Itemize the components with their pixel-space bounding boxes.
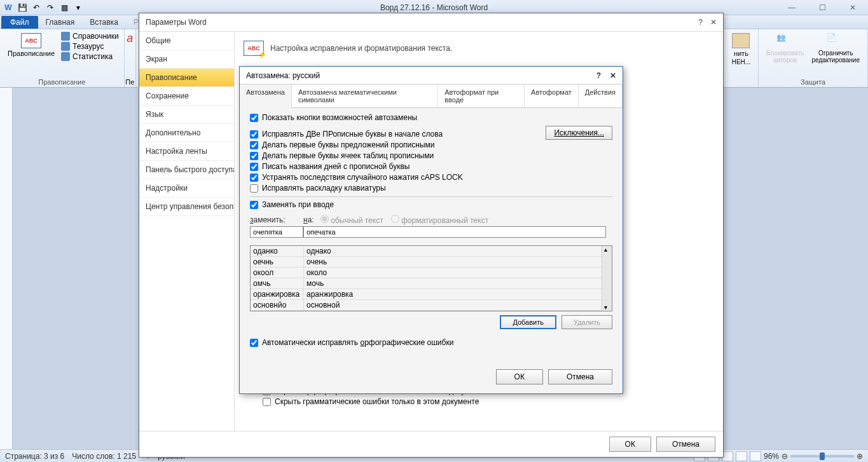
autocorrect-title: Автозамена: русский ? ✕: [240, 67, 623, 85]
ok-button[interactable]: ОК: [496, 369, 543, 384]
autocorrect-tab[interactable]: Автозамена: [240, 85, 292, 108]
replace-section: заменить: на: обычный текст форматирован…: [250, 215, 612, 329]
zoom-value[interactable]: 96%: [764, 452, 779, 461]
options-ok-button[interactable]: ОК: [609, 437, 651, 452]
plain-text-radio[interactable]: обычный текст: [320, 215, 383, 225]
options-footer: ОК Отмена: [139, 431, 723, 457]
sidebar-item[interactable]: Панель быстрого доступа: [139, 161, 234, 179]
view-draft[interactable]: [750, 451, 761, 461]
cancel-button[interactable]: Отмена: [548, 369, 612, 384]
page-status[interactable]: Страница: 3 из 6: [5, 452, 64, 461]
sidebar-item[interactable]: Сохранение: [139, 87, 234, 105]
sidebar-item[interactable]: Центр управления безопас: [139, 198, 234, 216]
autocorrect-body: Показать кнопки возможностей автозамены …: [240, 108, 623, 363]
delete-button[interactable]: Удалить: [561, 315, 612, 329]
options-heading: ⚡ Настройка исправления и форматирования…: [244, 41, 714, 56]
table-caps-checkbox[interactable]: Делать первые буквы ячеек таблиц прописн…: [250, 151, 612, 160]
tab-home[interactable]: Главная: [38, 16, 83, 29]
references-button[interactable]: Справочники: [61, 32, 119, 41]
window-controls: — ☐ ✕: [779, 1, 865, 14]
replace-list: оданкооднакооечньоченьокоолоколоомчьмочь…: [250, 245, 612, 311]
spellcheck-label: Правописание: [8, 50, 55, 57]
restrict-edit-button[interactable]: 📄 Ограничить редактирование: [809, 32, 862, 65]
keyboard-layout-checkbox[interactable]: Исправлять раскладку клавиатуры: [250, 184, 612, 193]
list-row[interactable]: оечньочень: [251, 257, 602, 268]
word-icon[interactable]: W: [3, 2, 14, 13]
add-button[interactable]: Добавить: [500, 315, 556, 329]
save-icon[interactable]: 💾: [17, 2, 28, 13]
redo-icon[interactable]: ↷: [45, 2, 56, 13]
vertical-ruler: [0, 88, 13, 449]
minimize-icon[interactable]: —: [779, 1, 804, 14]
sidebar-item[interactable]: Правописание: [139, 69, 234, 87]
word-count[interactable]: Число слов: 1 215: [72, 452, 136, 461]
sidebar-item[interactable]: Общие: [139, 32, 234, 50]
autocorrect-tab[interactable]: Автоформат при вводе: [438, 85, 525, 107]
lock-icon: 📄: [827, 33, 844, 48]
thesaurus-icon: [61, 42, 70, 51]
autocorrect-tab[interactable]: Автозамена математическими символами: [292, 85, 438, 107]
sidebar-item[interactable]: Язык: [139, 105, 234, 124]
replace-on-type-checkbox[interactable]: Заменять при вводе: [250, 200, 612, 209]
replace-label: заменить:: [250, 215, 303, 224]
file-tab[interactable]: Файл: [1, 16, 38, 29]
sidebar-item[interactable]: Дополнительно: [139, 124, 234, 142]
maximize-icon[interactable]: ☐: [809, 1, 835, 14]
autocorrect-tab[interactable]: Действия: [579, 85, 623, 107]
zoom-in-icon[interactable]: ⊕: [857, 452, 863, 461]
close-icon[interactable]: ✕: [710, 18, 717, 27]
undo-icon[interactable]: ↶: [31, 2, 42, 13]
zoom-out-icon[interactable]: ⊖: [782, 452, 788, 461]
list-row[interactable]: основнйоосновной: [251, 300, 602, 311]
zoom-slider[interactable]: [790, 455, 854, 458]
group-trunc-right: нить НЕН...: [724, 29, 759, 87]
group-protect: 👥 Блокировать авторов 📄 Ограничить редак…: [759, 29, 868, 87]
list-row[interactable]: оданкооднако: [251, 246, 602, 257]
qat-dropdown-icon[interactable]: ▾: [72, 2, 84, 13]
close-icon[interactable]: ✕: [840, 1, 865, 14]
list-row[interactable]: окоолоколо: [251, 268, 602, 278]
view-outline[interactable]: [736, 451, 747, 461]
spellcheck-button[interactable]: Правописание: [5, 32, 57, 58]
sentence-caps-checkbox[interactable]: Делать первые буквы предложений прописны…: [250, 140, 612, 149]
autocorrect-footer: ОК Отмена: [240, 363, 623, 393]
group-trunc: a Пе: [125, 29, 136, 87]
block-authors-button[interactable]: 👥 Блокировать авторов: [764, 32, 806, 65]
scrollbar[interactable]: [602, 246, 612, 311]
replace-input[interactable]: [250, 226, 303, 238]
window-title: Ворд 27.12.16 - Microsoft Word: [380, 3, 488, 12]
qat-icon[interactable]: ▦: [59, 2, 70, 13]
list-row[interactable]: омчьмочь: [251, 278, 602, 289]
with-input[interactable]: [303, 226, 606, 238]
trunc-button[interactable]: нить НЕН...: [729, 32, 753, 67]
list-row[interactable]: оранжировкааранжировка: [251, 289, 602, 300]
abc-icon: ⚡: [244, 41, 264, 56]
sidebar-item[interactable]: Экран: [139, 50, 234, 69]
protect-group-label: Защита: [801, 78, 825, 86]
options-cancel-button[interactable]: Отмена: [656, 437, 715, 452]
autocorrect-dialog: Автозамена: русский ? ✕ АвтозаменаАвтоза…: [239, 66, 623, 394]
authors-icon: 👥: [776, 33, 794, 48]
group-label: Правописание: [38, 78, 85, 86]
exceptions-button[interactable]: Исключения...: [546, 126, 612, 140]
sidebar-item[interactable]: Надстройки: [139, 179, 234, 198]
autocorrect-tab[interactable]: Автоформат: [525, 85, 579, 107]
thesaurus-button[interactable]: Тезаурус: [61, 42, 104, 51]
stats-icon: [61, 52, 70, 61]
hide-grammar-checkbox[interactable]: Скрыть грамматические ошибки только в эт…: [263, 397, 486, 406]
sidebar-item[interactable]: Настройка ленты: [139, 142, 234, 161]
day-caps-checkbox[interactable]: Писать названия дней с прописной буквы: [250, 162, 612, 171]
help-icon[interactable]: ?: [596, 71, 601, 80]
doc-icon: [732, 33, 750, 48]
formatted-text-radio[interactable]: форматированный текст: [391, 215, 489, 225]
caps-lock-checkbox[interactable]: Устранять последствия случайного нажатия…: [250, 173, 612, 182]
show-buttons-checkbox[interactable]: Показать кнопки возможностей автозамены: [250, 113, 612, 122]
auto-spell-checkbox[interactable]: Автоматически исправлять орфографические…: [250, 338, 612, 347]
statistics-button[interactable]: Статистика: [61, 52, 113, 61]
help-icon[interactable]: ?: [698, 18, 703, 27]
autocorrect-tabs: АвтозаменаАвтозамена математическими сим…: [240, 85, 623, 108]
tab-insert[interactable]: Вставка: [82, 16, 126, 29]
close-icon[interactable]: ✕: [610, 71, 616, 80]
ribbon-right: нить НЕН... 👥 Блокировать авторов 📄 Огра…: [724, 29, 868, 87]
options-dialog-title: Параметры Word ? ✕: [139, 13, 723, 31]
